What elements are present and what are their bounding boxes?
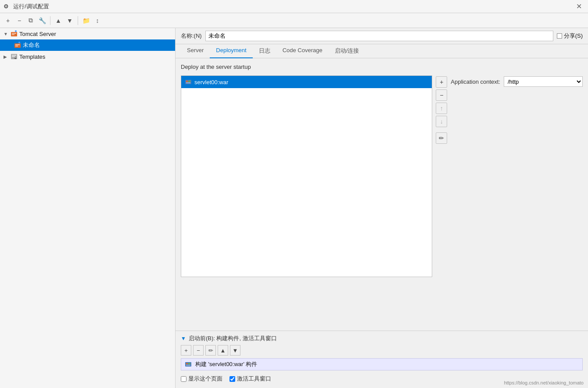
templates-icon (11, 53, 18, 60)
main-layout: ▼ Tomcat Server 未命名 ▶ (0, 28, 588, 388)
svg-rect-17 (188, 363, 190, 364)
unnamed-icon (14, 42, 21, 49)
title-bar: ⚙ 运行/调试配置 ✕ (0, 0, 588, 13)
deploy-up-button[interactable]: ↑ (436, 103, 447, 114)
deploy-controls: + − ↑ ↓ ✏ (436, 75, 447, 325)
app-context-section: Application context: /http//servlet00 (451, 75, 583, 325)
tab-startup[interactable]: 启动/连接 (329, 44, 366, 58)
tomcat-icon (11, 30, 18, 37)
svg-rect-1 (12, 33, 16, 34)
svg-rect-6 (15, 46, 18, 46)
svg-rect-18 (186, 365, 190, 366)
before-launch-title: 启动前(B): 构建构件, 激活工具窗口 (189, 335, 277, 342)
tab-log[interactable]: 日志 (253, 44, 276, 58)
app-context-label: Application context: (451, 78, 500, 85)
before-launch-toolbar: + − ✏ ▲ ▼ (181, 345, 583, 356)
svg-point-7 (18, 42, 20, 43)
unnamed-label: 未命名 (23, 41, 40, 49)
before-launch-collapse-button[interactable]: ▼ (181, 335, 186, 342)
svg-rect-5 (15, 44, 20, 45)
share-container: 分享(S) (557, 32, 583, 40)
before-launch-header: ▼ 启动前(B): 构建构件, 激活工具窗口 (181, 335, 583, 342)
show-page-label: 显示这个页面 (188, 375, 222, 383)
bl-down-button[interactable]: ▼ (230, 345, 240, 356)
tab-deployment[interactable]: Deployment (210, 44, 252, 58)
tree-templates[interactable]: ▶ Templates (0, 51, 175, 62)
svg-rect-12 (186, 81, 188, 82)
templates-chevron: ▶ (4, 54, 9, 59)
activate-window-checkbox[interactable] (229, 376, 235, 382)
name-label: 名称:(N) (181, 32, 202, 40)
tree-unnamed-item[interactable]: 未命名 (0, 39, 175, 51)
before-launch-section: ▼ 启动前(B): 构建构件, 激活工具窗口 + − ✏ ▲ ▼ (176, 331, 588, 388)
share-label: 分享(S) (564, 32, 583, 40)
bl-item-label: 构建 'servlet00:war' 构件 (195, 360, 258, 368)
bl-edit-button[interactable]: ✏ (205, 345, 216, 356)
main-toolbar: + − ⧉ 🔧 ▲ ▼ 📁 ↕ (0, 13, 588, 28)
add-config-button[interactable]: + (3, 15, 13, 26)
deploy-list[interactable]: servlet00:war (181, 75, 432, 277)
move-up-button[interactable]: ▲ (53, 15, 64, 26)
bl-add-button[interactable]: + (181, 345, 191, 356)
activate-window-label: 激活工具窗口 (237, 375, 271, 383)
bl-remove-button[interactable]: − (193, 345, 204, 356)
window-title: 运行/调试配置 (13, 3, 49, 11)
deploy-list-item[interactable]: servlet00:war (181, 76, 432, 88)
tab-coverage[interactable]: Code Coverage (276, 44, 329, 58)
app-icon: ⚙ (4, 3, 11, 10)
svg-rect-13 (188, 81, 190, 82)
tree-tomcat-server[interactable]: ▼ Tomcat Server (0, 28, 175, 39)
copy-config-button[interactable]: ⧉ (25, 15, 36, 26)
name-input[interactable] (205, 31, 553, 41)
bl-up-button[interactable]: ▲ (218, 345, 228, 356)
svg-rect-10 (12, 56, 15, 57)
app-context-area: Application context: /http//servlet00 (451, 76, 583, 87)
svg-rect-14 (186, 82, 190, 83)
deploy-list-area: servlet00:war + − ↑ ↓ ✏ Applicat (181, 75, 583, 325)
show-page-checkbox-label[interactable]: 显示这个页面 (181, 375, 222, 383)
svg-point-3 (15, 30, 17, 32)
toolbar-separator-2 (78, 16, 78, 25)
app-context-select[interactable]: /http//servlet00 (504, 76, 583, 87)
templates-label: Templates (19, 53, 45, 60)
before-launch-item[interactable]: 构建 'servlet00:war' 构件 (181, 358, 583, 370)
toolbar-separator-1 (50, 16, 50, 25)
bottom-link: https://blog.csdn.net/xiaoking_tomato (504, 380, 584, 385)
deploy-add-button[interactable]: + (436, 76, 447, 88)
share-checkbox[interactable] (557, 33, 562, 39)
title-bar-left: ⚙ 运行/调试配置 (4, 3, 49, 11)
show-page-checkbox[interactable] (181, 376, 186, 382)
tab-server[interactable]: Server (181, 44, 210, 58)
bl-artifact-icon (185, 361, 192, 368)
activate-window-checkbox-label[interactable]: 激活工具窗口 (229, 375, 271, 383)
deploy-section-label: Deploy at the server startup (181, 64, 583, 70)
name-bar: 名称:(N) 分享(S) (176, 28, 588, 44)
svg-rect-2 (12, 34, 14, 35)
deploy-edit-button[interactable]: ✏ (436, 132, 447, 144)
svg-rect-16 (186, 363, 188, 364)
tab-content-deployment: Deploy at the server startup servlet00:w… (176, 58, 588, 388)
left-panel: ▼ Tomcat Server 未命名 ▶ (0, 28, 176, 388)
sort-button[interactable]: ↕ (92, 15, 103, 26)
deploy-down-button[interactable]: ↓ (436, 116, 447, 127)
deploy-item-label: servlet00:war (194, 79, 228, 85)
settings-config-button[interactable]: 🔧 (37, 15, 47, 26)
remove-config-button[interactable]: − (14, 15, 25, 26)
close-button[interactable]: ✕ (574, 1, 584, 11)
tabs-bar: Server Deployment 日志 Code Coverage 启动/连接 (176, 44, 588, 58)
deploy-remove-button[interactable]: − (436, 89, 447, 101)
tomcat-server-label: Tomcat Server (19, 31, 56, 37)
right-panel: 名称:(N) 分享(S) Server Deployment 日志 Code C… (176, 28, 588, 388)
tomcat-chevron: ▼ (4, 32, 9, 36)
svg-rect-9 (12, 55, 16, 56)
artifact-icon (185, 78, 192, 85)
move-down-button[interactable]: ▼ (65, 15, 75, 26)
folder-button[interactable]: 📁 (81, 15, 91, 26)
deploy-section: Deploy at the server startup servlet00:w… (176, 58, 588, 331)
